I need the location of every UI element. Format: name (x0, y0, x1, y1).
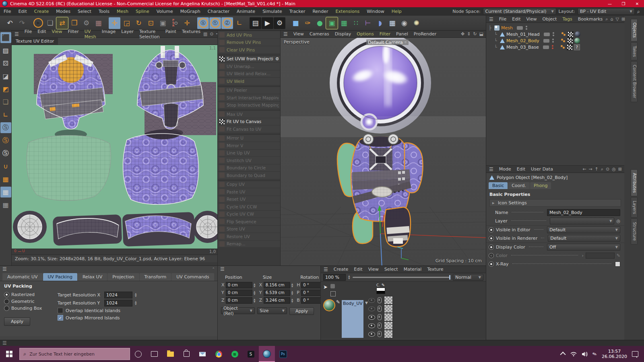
missing-texture-tag-icon[interactable]: ? (574, 44, 580, 50)
value-stepper[interactable]: ▲▼ (291, 283, 293, 288)
attribute-tab-phong[interactable]: Phong (530, 182, 551, 189)
object-row-mesh-03-base[interactable]: └Mesh_03_Base? (486, 44, 624, 50)
point-mode-icon[interactable]: ⚄ (0, 58, 11, 69)
selection-frame-icon[interactable]: ▣ (157, 17, 169, 29)
keyframe-radio-icon[interactable] (489, 227, 494, 232)
material-menu-texture[interactable]: Texture (424, 267, 446, 272)
layer-thumbnail[interactable] (384, 321, 393, 330)
uv-frame-icon[interactable]: ❐ (68, 17, 80, 29)
object-row-mesh-02-body[interactable]: └Mesh_02_Body (486, 37, 624, 44)
eye-icon[interactable] (368, 315, 375, 320)
tree-branch-icon[interactable]: └ (494, 38, 498, 43)
material-preview-sphere[interactable] (324, 300, 334, 311)
menu-animate[interactable]: Animate (233, 9, 259, 14)
target-icon[interactable]: ◎ (612, 167, 616, 172)
viewport-menu-options[interactable]: Options (354, 31, 376, 37)
taskbar-app-chrome[interactable] (211, 346, 227, 362)
object-menu-object[interactable]: Object (540, 16, 560, 22)
texture-layer-row[interactable] (368, 321, 393, 330)
rotate-tool-icon[interactable]: ↻ (133, 17, 144, 29)
material-menu-create[interactable]: Create (331, 267, 351, 272)
material-name-cell[interactable]: Body_UV (342, 300, 363, 338)
layer-dropdown[interactable]: ▼ (550, 218, 614, 224)
uv-gear-icon[interactable]: ⚙ (80, 17, 92, 29)
texture-mode-icon[interactable]: ▨ (0, 45, 11, 56)
viewport-menu-prorender[interactable]: ProRender (411, 31, 440, 37)
tab-texture-uv-editor[interactable]: Texture UV Editor (12, 38, 58, 45)
rotate-view-icon[interactable]: ↻ (473, 31, 477, 37)
value-stepper[interactable]: ▲▼ (291, 290, 293, 295)
layer-thumbnail[interactable] (384, 296, 393, 304)
snap-3d-icon[interactable]: Ⓢ (0, 148, 11, 159)
menu-volume[interactable]: Volume (153, 9, 177, 14)
uv-command-set-uvw-from-projection[interactable]: Set UVW from Projection...⚙ (218, 55, 280, 63)
panel-menu-icon[interactable]: ☰ (220, 266, 225, 272)
lock-icon[interactable]: ⊙ (606, 167, 609, 172)
uv-menu-filter[interactable]: Filter (65, 29, 82, 39)
menu-window[interactable]: Window (363, 9, 388, 14)
taskbar-app-explorer[interactable] (162, 346, 178, 362)
minimize-button[interactable]: — (603, 0, 617, 7)
uv-menu-textures[interactable]: Textures (179, 29, 203, 39)
coord-input-position-z[interactable]: 0 cm (226, 297, 252, 304)
value-stepper[interactable]: ▲▼ (254, 290, 256, 295)
polygon-mode-icon[interactable]: ◩ (0, 84, 11, 95)
uv-packing-apply-button[interactable]: Apply (4, 317, 30, 326)
attribute-tab-basic[interactable]: Basic (489, 182, 508, 189)
menu-create[interactable]: Create (31, 9, 53, 14)
channel-column-header[interactable]: C. ✎ (376, 282, 385, 294)
add-panel-icon[interactable]: ⊞ (621, 16, 625, 22)
tray-expand-icon[interactable] (560, 352, 566, 357)
add-panel-icon[interactable]: ⊞ (618, 167, 622, 172)
eye-icon[interactable] (368, 298, 375, 303)
zoom-view-icon[interactable]: ⇕ (467, 31, 471, 37)
pan-view-icon[interactable]: ✥ (461, 31, 464, 37)
empty-checkbox-icon[interactable] (330, 291, 336, 296)
spline-primitive-icon[interactable]: ◗ (374, 17, 386, 29)
menu-render[interactable]: Render (309, 9, 332, 14)
menu-mograph[interactable]: MoGraph (177, 9, 204, 14)
layer-thumbnail[interactable] (384, 313, 393, 321)
checkbox-overlap-identical-islands[interactable]: Overlap Identical Islands (58, 307, 137, 314)
uv-command-fit-uv-to-canvas[interactable]: Fit UV to Canvas (218, 118, 280, 126)
viewport-menu-display[interactable]: Display (332, 31, 354, 37)
menu-extensions[interactable]: Extensions (332, 9, 363, 14)
z-axis-lock[interactable]: Ⓩ (221, 17, 233, 29)
visibility-dots-icon[interactable] (552, 45, 553, 49)
viewport-menu-panel[interactable]: Panel (393, 31, 411, 37)
taskbar-clock[interactable]: 13:57 26.06.2020 (602, 349, 627, 359)
panel-menu-icon[interactable]: ☰ (486, 16, 496, 22)
uv-tool-tab-projection[interactable]: Projection (107, 273, 139, 281)
panel-menu-icon[interactable]: ☰ (12, 31, 22, 37)
attribute-tab-coord[interactable]: Coord. (508, 182, 530, 189)
layer-picker-icon[interactable]: ◎ (616, 218, 620, 224)
taskbar-app-spotify[interactable]: ≋ (227, 346, 243, 362)
menu-file[interactable]: File (0, 9, 14, 14)
array-icon[interactable]: ∷ (350, 17, 362, 29)
dynamic-guides-icon[interactable]: ▦ (0, 200, 11, 210)
side-tab-content-browser[interactable]: Content Browser (631, 61, 638, 102)
visibility-dots-icon[interactable] (526, 26, 527, 30)
radio-rasterized[interactable]: Rasterized (4, 291, 50, 298)
coords-apply-button[interactable]: Apply (289, 307, 314, 315)
object-menu-file[interactable]: File (496, 16, 509, 22)
light-icon[interactable]: ✺ (411, 17, 422, 29)
layer-thumbnail[interactable] (384, 304, 393, 313)
magnet-icon[interactable]: ∪ (0, 161, 11, 172)
tree-branch-icon[interactable]: ├ (489, 25, 493, 31)
value-stepper[interactable]: ▲▼ (254, 283, 256, 288)
color-swatch[interactable] (586, 253, 615, 259)
uv-menu-layer[interactable]: Layer (118, 29, 136, 39)
layout-dropdown[interactable]: BP - UV Edit ▼ (578, 8, 635, 15)
back-icon[interactable]: ← (582, 167, 586, 172)
pen-icon[interactable]: ✎ (592, 350, 598, 358)
axis-mode-icon[interactable]: ∟ (0, 109, 11, 120)
display-tag-icon[interactable] (561, 45, 566, 49)
viewport-menu-view[interactable]: View (291, 31, 307, 37)
material-menu-view[interactable]: View (365, 267, 382, 272)
tree-branch-icon[interactable]: └ (494, 45, 498, 50)
uv-menu-paint[interactable]: Paint (163, 29, 179, 39)
volume-icon[interactable] (582, 352, 588, 357)
pencil-icon[interactable]: ✎ (336, 299, 340, 305)
visibility-dots-icon[interactable] (553, 32, 554, 36)
